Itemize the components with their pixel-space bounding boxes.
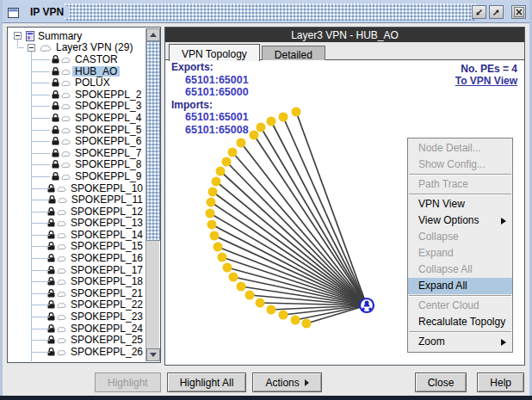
tab-detailed[interactable]: Detailed: [262, 46, 325, 60]
tree-item-label[interactable]: SPOKEPPL_25: [68, 335, 145, 345]
spoke-node[interactable]: [216, 167, 226, 176]
tree-item-label[interactable]: HUB_AO: [72, 66, 120, 77]
tree-item-spokeppl-17[interactable]: SPOKEPPL_17: [9, 264, 145, 276]
tree-item-hub-ao[interactable]: HUB_AO: [9, 65, 145, 77]
tree-item-label[interactable]: SPOKEPPL_4: [72, 113, 144, 123]
spoke-node[interactable]: [207, 198, 216, 207]
tree-item-label[interactable]: SPOKEPPL_6: [72, 136, 144, 146]
spoke-node[interactable]: [223, 263, 232, 273]
spoke-node[interactable]: [267, 305, 276, 315]
tree-item-castor[interactable]: CASTOR: [9, 53, 145, 65]
tree-item-spokeppl-5[interactable]: SPOKEPPL_5: [9, 124, 145, 136]
tree-item-spokeppl-24[interactable]: SPOKEPPL_24: [9, 323, 145, 335]
restore-down-button[interactable]: [472, 5, 486, 19]
menu-item-zoom[interactable]: Zoom: [408, 334, 512, 350]
spoke-node[interactable]: [250, 131, 259, 140]
spoke-node[interactable]: [291, 316, 300, 325]
spoke-node[interactable]: [292, 108, 301, 117]
tree-item-spokeppl-8[interactable]: SPOKEPPL_8: [9, 159, 145, 171]
spoke-node[interactable]: [256, 298, 265, 308]
tree-item-spokeppl-22[interactable]: SPOKEPPL_22: [9, 299, 145, 311]
topology-canvas[interactable]: Exports: 65101:65001 65101:65000 Imports…: [165, 59, 524, 365]
tree-item-label[interactable]: SPOKEPPL_9: [72, 171, 144, 182]
tree-item-layer3-vpn[interactable]: Layer3 VPN (29): [9, 42, 145, 54]
menu-item-view-options[interactable]: View Options: [408, 212, 512, 229]
title-bar[interactable]: IP VPN: [3, 2, 529, 23]
tree-item-label[interactable]: SPOKEPPL_10: [68, 183, 145, 194]
tree-item-label[interactable]: SPOKEPPL_14: [68, 230, 145, 240]
spoke-node[interactable]: [267, 117, 276, 126]
tree-item-label[interactable]: SPOKEPPL_7: [72, 148, 144, 158]
spoke-node[interactable]: [302, 319, 312, 329]
tree-item-label[interactable]: SPOKEPPL_12: [68, 206, 145, 217]
tree-item-spokeppl-16[interactable]: SPOKEPPL_16: [9, 252, 145, 264]
scroll-up-button[interactable]: [146, 28, 160, 41]
spoke-node[interactable]: [245, 291, 255, 300]
tree-item-spokeppl-23[interactable]: SPOKEPPL_23: [9, 311, 145, 323]
tree-item-spokeppl-25[interactable]: SPOKEPPL_25: [9, 334, 145, 346]
menu-item-recalulate-topolgy[interactable]: Recalulate Topolgy: [408, 314, 512, 330]
spoke-node[interactable]: [237, 282, 246, 292]
collapse-toggle-icon[interactable]: [14, 32, 22, 40]
spoke-node[interactable]: [208, 188, 218, 197]
tree-item-summary[interactable]: Summary: [9, 30, 145, 42]
tree-item-label[interactable]: SPOKEPPL_3: [72, 101, 144, 111]
spoke-node[interactable]: [228, 148, 238, 157]
close-window-button[interactable]: [511, 5, 526, 19]
tree-item-label[interactable]: POLUX: [72, 77, 113, 88]
maximize-button[interactable]: [489, 5, 504, 19]
tree-item-label[interactable]: Summary: [35, 31, 84, 41]
tree-item-label[interactable]: SPOKEPPL_17: [68, 265, 145, 275]
tree-item-spokeppl-10[interactable]: SPOKEPPL_10: [9, 182, 145, 194]
spoke-node[interactable]: [237, 138, 246, 148]
to-vpn-view-link[interactable]: To VPN View: [455, 75, 517, 88]
tree-item-spokeppl-13[interactable]: SPOKEPPL_13: [9, 218, 145, 230]
tab-vpn-topology[interactable]: VPN Topology: [169, 44, 260, 61]
tree-item-label[interactable]: SPOKEPPL_21: [68, 288, 145, 298]
spoke-node[interactable]: [207, 220, 217, 230]
scrollbar-thumb[interactable]: [146, 41, 160, 241]
tree-item-spokeppl-11[interactable]: SPOKEPPL_11: [9, 194, 145, 206]
tree-item-spokeppl-6[interactable]: SPOKEPPL_6: [9, 135, 145, 147]
tree-item-spokeppl-18[interactable]: SPOKEPPL_18: [9, 275, 145, 287]
tree-item-label[interactable]: Layer3 VPN (29): [53, 42, 135, 52]
tree-item-label[interactable]: SPOKEPPL_26: [68, 347, 145, 357]
tree-item-spokeppl-2[interactable]: SPOKEPPL_2: [9, 89, 145, 101]
spoke-node[interactable]: [222, 157, 232, 167]
tree-item-spokeppl-4[interactable]: SPOKEPPL_4: [9, 112, 145, 124]
tree-item-label[interactable]: SPOKEPPL_2: [72, 89, 144, 100]
menu-item-expand-all[interactable]: Expand All: [408, 278, 512, 294]
tree-item-label[interactable]: SPOKEPPL_5: [72, 125, 144, 135]
tree-item-label[interactable]: SPOKEPPL_23: [68, 311, 145, 322]
collapse-toggle-icon[interactable]: [28, 44, 35, 52]
tree-item-spokeppl-9[interactable]: SPOKEPPL_9: [9, 170, 145, 182]
spoke-node[interactable]: [206, 209, 215, 218]
spoke-node[interactable]: [279, 311, 288, 320]
tree-item-label[interactable]: CASTOR: [72, 54, 121, 65]
highlight-button[interactable]: Highlight: [95, 372, 161, 392]
spoke-node[interactable]: [212, 177, 221, 187]
spoke-node[interactable]: [213, 243, 223, 252]
help-button[interactable]: Help: [477, 372, 524, 392]
tree-item-spokeppl-7[interactable]: SPOKEPPL_7: [9, 147, 145, 159]
tree-item-label[interactable]: SPOKEPPL_22: [68, 299, 145, 310]
tree-item-label[interactable]: SPOKEPPL_24: [68, 323, 145, 334]
menu-item-vpn-view[interactable]: VPN View: [408, 196, 512, 212]
spoke-node[interactable]: [279, 113, 288, 122]
tree-item-spokeppl-21[interactable]: SPOKEPPL_21: [9, 287, 145, 299]
tree-scrollbar[interactable]: [145, 28, 159, 361]
tree-item-label[interactable]: SPOKEPPL_13: [68, 218, 145, 228]
tree-item-spokeppl-26[interactable]: SPOKEPPL_26: [9, 346, 145, 358]
tree-item-polux[interactable]: POLUX: [9, 77, 145, 89]
spoke-node[interactable]: [229, 273, 238, 282]
spoke-node[interactable]: [257, 123, 266, 132]
tree-item-spokeppl-15[interactable]: SPOKEPPL_15: [9, 241, 145, 253]
tree-item-spokeppl-3[interactable]: SPOKEPPL_3: [9, 101, 145, 113]
tree-item-label[interactable]: SPOKEPPL_18: [68, 276, 145, 286]
spoke-node[interactable]: [210, 231, 220, 241]
tree-item-label[interactable]: SPOKEPPL_16: [68, 253, 145, 263]
actions-button[interactable]: Actions: [252, 372, 321, 392]
scroll-down-button[interactable]: [146, 348, 160, 361]
tree-item-label[interactable]: SPOKEPPL_8: [72, 159, 144, 169]
highlight-all-button[interactable]: Highlight All: [167, 372, 247, 392]
